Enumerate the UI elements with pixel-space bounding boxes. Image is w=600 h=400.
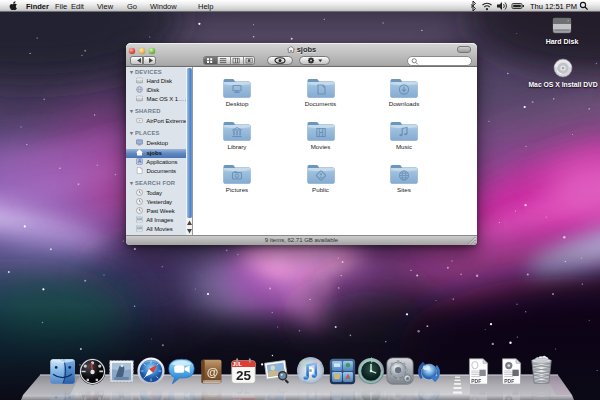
svg-text:PDF: PDF xyxy=(471,378,481,384)
svg-text:@: @ xyxy=(206,365,217,378)
svg-text:25: 25 xyxy=(235,368,251,383)
svg-text:PDF: PDF xyxy=(504,378,514,384)
